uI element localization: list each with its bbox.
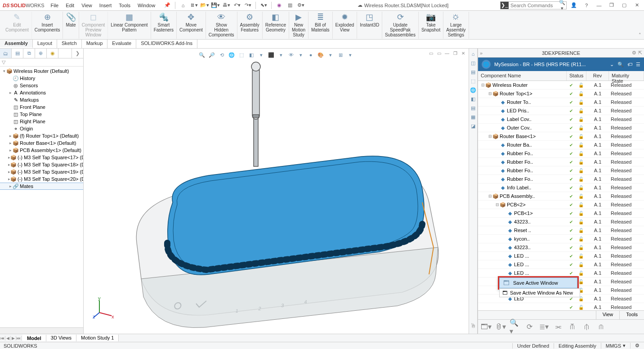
- ribbon-reference[interactable]: ◧Reference Geometry: [263, 12, 289, 39]
- component-row[interactable]: ◆Router To..✔🔓A.1Released: [478, 98, 644, 107]
- ex-link1-icon[interactable]: ⫘: [553, 322, 564, 332]
- menu-window[interactable]: Window: [134, 3, 159, 8]
- view-tool-icon[interactable]: ⬛: [267, 50, 276, 59]
- options-toggle-icon[interactable]: ▥: [285, 1, 295, 10]
- display-tab-icon[interactable]: ◉: [47, 49, 58, 58]
- task-icon[interactable]: 🌐: [470, 86, 477, 94]
- ribbon-take[interactable]: 📷Take Snapshot: [419, 12, 443, 39]
- ribbon-large[interactable]: ⛭Large Assembly Settings: [443, 12, 469, 39]
- tree-node[interactable]: ◎Sensors: [0, 82, 83, 89]
- component-row[interactable]: ◆Rubber Fo..✔🔓A.1Released: [478, 158, 644, 166]
- component-row[interactable]: ◆43223..✔🔓A.1Released: [478, 243, 644, 252]
- viewport-winctrl-icon[interactable]: ▭: [435, 49, 443, 57]
- ribbon-tab-layout[interactable]: Layout: [33, 40, 57, 48]
- view-tool-icon[interactable]: ⟲: [217, 50, 226, 59]
- ribbon-tab-solidworks-add-ins[interactable]: SOLIDWORKS Add-Ins: [136, 40, 197, 48]
- experience-tab-view[interactable]: View: [596, 311, 620, 319]
- tree-node[interactable]: ▸📦(-) M3 Self Tap Square<19> (Default: [0, 168, 83, 175]
- model-tab-3d-views[interactable]: 3D Views: [46, 335, 76, 341]
- ribbon-tab-sketch[interactable]: Sketch: [57, 40, 82, 48]
- open-icon[interactable]: 📂▾: [200, 1, 210, 10]
- ribbon-instant3d[interactable]: ◳Instant3D: [357, 12, 382, 39]
- tree-root[interactable]: ▾ 📦 Wireless Router (Default): [0, 67, 83, 75]
- dim-tab-icon[interactable]: ⊕: [35, 49, 47, 58]
- select-icon[interactable]: ⬉▾: [259, 1, 268, 10]
- ribbon-exploded[interactable]: ✹Exploded View: [333, 12, 358, 39]
- ex-list-icon[interactable]: ≣▾: [538, 322, 549, 332]
- component-row[interactable]: ⊟📦Wireless Router✔🔓A.1Released: [478, 81, 644, 89]
- view-tool-icon[interactable]: 🔍: [197, 50, 206, 59]
- ribbon-assembly[interactable]: ⚙Assembly Features: [237, 12, 263, 39]
- task-icon[interactable]: ⌂: [470, 50, 477, 58]
- session-search-icon[interactable]: 🔍: [617, 62, 624, 67]
- rebuild-icon[interactable]: ◉: [274, 1, 284, 10]
- col-status[interactable]: Status: [567, 71, 586, 81]
- component-row[interactable]: ⊟📦PCB<2>✔🔓A.1Released: [478, 201, 644, 209]
- panel-pin-icon[interactable]: ⇱: [638, 50, 642, 56]
- feature-tree-hscroll[interactable]: [0, 327, 83, 334]
- ribbon-mate[interactable]: 📎Mate: [63, 12, 79, 39]
- component-row[interactable]: ◆Rubber Fo..✔🔓A.1Released: [478, 175, 644, 183]
- ribbon-show[interactable]: 👁Show Hidden Components: [206, 12, 237, 39]
- tree-node[interactable]: ▸📦PCB Assembly<1> (Default): [0, 147, 83, 154]
- ribbon-move[interactable]: ✥Move Component: [177, 12, 206, 39]
- menu-insert[interactable]: Insert: [96, 3, 116, 8]
- view-tool-icon[interactable]: ▾: [346, 50, 355, 59]
- menu-tools[interactable]: Tools: [115, 3, 134, 8]
- view-tool-icon[interactable]: ◧: [247, 50, 256, 59]
- model-canvas[interactable]: 1 2 3 4: [84, 49, 469, 334]
- tree-node[interactable]: ✎Markups: [0, 96, 83, 103]
- tree-node[interactable]: ◫Right Plane: [0, 118, 83, 125]
- ribbon-update[interactable]: ⟳Update SpeedPak Subassemblies: [382, 12, 419, 39]
- home-icon[interactable]: ⌂: [178, 1, 188, 10]
- component-row[interactable]: ◆LED ...✔🔓A.1Released: [478, 252, 644, 260]
- component-row[interactable]: ⊟📦Router Base<1>✔🔓A.1Released: [478, 132, 644, 141]
- save-active-window-as-new-item[interactable]: 🗔 Save Active Window As New: [499, 288, 580, 297]
- component-row[interactable]: ◆Rubber Fo..✔🔓A.1Released: [478, 149, 644, 158]
- new-doc-icon[interactable]: 🗎▾: [189, 1, 199, 10]
- col-rev[interactable]: Rev: [586, 71, 609, 81]
- tab-prev-icon[interactable]: ◀: [5, 336, 11, 340]
- close-button[interactable]: ✕: [631, 1, 642, 10]
- session-dropdown-icon[interactable]: ⌄: [610, 62, 614, 67]
- ex-search2-icon[interactable]: 🔍▾: [510, 322, 520, 332]
- status-gear-icon[interactable]: ⚙: [630, 343, 644, 349]
- session-menu-icon[interactable]: ☰: [636, 62, 640, 67]
- tree-node[interactable]: ▸📦(-) M3 Self Tap Square<17> (Default: [0, 154, 83, 161]
- ribbon-linear-component[interactable]: ▦Linear Component Pattern: [108, 12, 151, 39]
- command-search[interactable]: ❯_ 🔍▾: [500, 1, 567, 9]
- view-tool-icon[interactable]: ⬚: [237, 50, 246, 59]
- task-icon[interactable]: ◧: [470, 95, 477, 103]
- view-tool-icon[interactable]: ▾: [277, 50, 286, 59]
- maximize-button[interactable]: ▢: [619, 1, 630, 10]
- ribbon-smart[interactable]: 🔩Smart Fasteners: [151, 12, 177, 39]
- tree-node[interactable]: ◫Top Plane: [0, 111, 83, 118]
- component-row[interactable]: ◆Outer Cov..✔🔓A.1Released: [478, 124, 644, 132]
- component-row[interactable]: ◆Label Cov..✔🔓A.1Released: [478, 115, 644, 124]
- undo-icon[interactable]: ↶▾: [232, 1, 242, 10]
- experience-tab-tools[interactable]: Tools: [619, 311, 644, 319]
- ex-refresh-icon[interactable]: ⟳: [524, 322, 535, 332]
- viewport-winctrl-icon[interactable]: ✕: [460, 49, 467, 57]
- component-row[interactable]: ⊟📦PCB Assembly..✔🔓A.1Released: [478, 192, 644, 201]
- view-tool-icon[interactable]: 🎨: [316, 50, 325, 59]
- search-input[interactable]: [509, 3, 558, 8]
- task-icon[interactable]: ◪: [470, 122, 477, 130]
- tree-node[interactable]: ◫Front Plane: [0, 103, 83, 111]
- tab-next-icon[interactable]: ▶: [11, 336, 16, 340]
- save-icon[interactable]: 💾▾: [210, 1, 220, 10]
- col-maturity[interactable]: Maturity State: [609, 71, 644, 81]
- tree-node[interactable]: ▸📦(-) M3 Self Tap Square<18> (Default: [0, 161, 83, 168]
- task-icon[interactable]: ▤: [470, 104, 477, 112]
- minimize-button[interactable]: —: [594, 1, 604, 10]
- property-tab-icon[interactable]: ▤: [12, 49, 23, 58]
- tree-node[interactable]: ▸📦(f) Router Top<1> (Default): [0, 132, 83, 139]
- ex-link4-icon[interactable]: ⫙: [596, 322, 607, 332]
- ribbon-bill-of[interactable]: ≣Bill of Materials: [309, 12, 333, 39]
- ex-save-icon[interactable]: 🗔▾: [481, 322, 492, 332]
- tree-node[interactable]: ▸📦Router Base<1> (Default): [0, 139, 83, 147]
- viewport-winctrl-icon[interactable]: —: [443, 49, 451, 57]
- component-row[interactable]: ⊟📦Router Top<1>✔🔓A.1Released: [478, 89, 644, 98]
- ribbon-tab-markup[interactable]: Markup: [82, 40, 108, 48]
- viewport-winctrl-icon[interactable]: ▭: [427, 49, 434, 57]
